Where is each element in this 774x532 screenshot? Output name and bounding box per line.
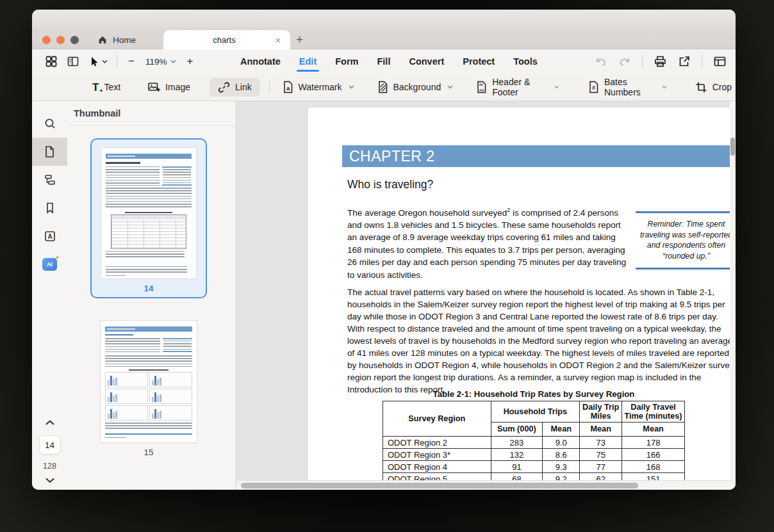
tab-charts[interactable]: charts × bbox=[163, 30, 290, 49]
sidebar-item-thumbnails[interactable] bbox=[32, 138, 67, 166]
sub-header: Mean bbox=[622, 423, 685, 437]
window-tab-bar: Home charts × + bbox=[32, 10, 736, 49]
traffic-light-minimize[interactable] bbox=[56, 36, 65, 44]
bates-doc-icon: # bbox=[588, 81, 599, 93]
col-header-daily-trip-miles: Daily Trip Miles bbox=[580, 401, 622, 423]
traffic-light-fullscreen[interactable] bbox=[70, 36, 79, 44]
zoom-out-button[interactable]: − bbox=[126, 55, 136, 68]
link-tool-button[interactable]: Link bbox=[210, 77, 260, 97]
watermark-tool-button[interactable]: a Watermark bbox=[279, 77, 358, 97]
home-icon bbox=[97, 35, 108, 45]
table-row: ODOT Region 4919.377168 bbox=[383, 461, 685, 473]
thumbnail-page-15[interactable]: 15 bbox=[90, 312, 207, 472]
main-toolbar: − 119% + Annotate Edit Form Fill Convert… bbox=[32, 49, 736, 74]
page-layout-icon[interactable] bbox=[713, 55, 727, 68]
print-icon[interactable] bbox=[654, 55, 667, 68]
watermark-doc-icon: a bbox=[283, 81, 293, 93]
tab-home[interactable]: Home bbox=[88, 30, 145, 49]
chevron-down-icon bbox=[554, 85, 559, 89]
horizontal-scrollbar[interactable] bbox=[236, 480, 736, 490]
page-thumbnail-icon bbox=[44, 145, 56, 158]
table-title: Table 2-1: Household Trip Rates by Surve… bbox=[383, 389, 685, 399]
pdf-editor-window: Home charts × + − 119% + bbox=[32, 10, 736, 490]
sidebar-item-outline[interactable] bbox=[32, 166, 67, 194]
chevron-down-icon bbox=[170, 60, 176, 63]
vertical-scrollbar[interactable] bbox=[730, 101, 736, 490]
sidebar-item-annotations[interactable]: A bbox=[32, 222, 67, 250]
next-page-chevron-icon[interactable] bbox=[44, 477, 56, 483]
background-tool-label: Background bbox=[393, 82, 441, 92]
pdf-page[interactable]: CHAPTER 2 Who is traveling? The average … bbox=[308, 108, 736, 490]
menu-tools[interactable]: Tools bbox=[513, 56, 538, 67]
mini-charts bbox=[105, 372, 192, 421]
thumbnail-page-number: 14 bbox=[92, 284, 206, 293]
mode-menu: Annotate Edit Form Fill Convert Protect … bbox=[240, 49, 538, 74]
new-tab-button[interactable]: + bbox=[296, 33, 303, 47]
thumbnail-page-14[interactable]: 14 bbox=[90, 138, 207, 298]
image-tool-button[interactable]: Image bbox=[144, 77, 194, 97]
thumbnail-page-number: 15 bbox=[90, 447, 207, 457]
sub-header: Mean bbox=[543, 423, 580, 437]
traffic-light-close[interactable] bbox=[42, 36, 51, 44]
previous-page-chevron-icon[interactable] bbox=[44, 419, 56, 426]
divider bbox=[117, 55, 117, 68]
bates-numbers-tool-button[interactable]: # Bates Numbers bbox=[584, 77, 671, 97]
chevron-down-icon bbox=[102, 60, 108, 63]
edit-tools-toolbar: T+ Text Image Link a Watermark bbox=[32, 74, 736, 101]
chapter-banner: CHAPTER 2 bbox=[342, 145, 736, 167]
col-header-survey-region: Survey Region bbox=[383, 401, 491, 437]
col-header-household-trips: Household Trips bbox=[491, 401, 580, 423]
export-share-icon[interactable] bbox=[678, 55, 691, 68]
paragraph-1: The average Oregon household surveyed2 i… bbox=[347, 204, 627, 281]
text-tool-button[interactable]: T+ Text bbox=[88, 77, 124, 97]
sidebar-item-ai-assistant[interactable]: AI ✦ bbox=[32, 250, 67, 278]
divider bbox=[702, 55, 702, 68]
close-tab-icon[interactable]: × bbox=[271, 35, 285, 45]
divider bbox=[269, 81, 270, 93]
tab-home-label: Home bbox=[113, 35, 136, 45]
header-footer-doc-icon bbox=[476, 81, 487, 93]
menu-fill[interactable]: Fill bbox=[377, 56, 390, 67]
horizontal-scrollbar-thumb[interactable] bbox=[241, 483, 638, 488]
link-tool-label: Link bbox=[235, 82, 252, 92]
undo-icon[interactable] bbox=[595, 56, 607, 67]
current-page-input[interactable]: 14 bbox=[39, 435, 61, 455]
menu-convert[interactable]: Convert bbox=[409, 56, 444, 67]
divider bbox=[642, 55, 643, 68]
sidebar-item-bookmarks[interactable] bbox=[32, 194, 67, 222]
document-viewer: CHAPTER 2 Who is traveling? The average … bbox=[236, 101, 736, 490]
thumbnail-preview bbox=[101, 147, 197, 279]
grid-view-icon[interactable] bbox=[45, 55, 58, 68]
table-row: ODOT Region 3*1328.675166 bbox=[383, 449, 685, 461]
zoom-level-value: 119% bbox=[145, 57, 167, 67]
sparkle-icon: ✦ bbox=[55, 255, 60, 261]
header-footer-tool-button[interactable]: Header & Footer bbox=[472, 77, 563, 97]
zoom-level-dropdown[interactable]: 119% bbox=[145, 57, 176, 67]
zoom-in-button[interactable]: + bbox=[185, 55, 195, 68]
svg-text:#: # bbox=[592, 85, 595, 91]
annotation-letter-icon: A bbox=[44, 230, 56, 243]
chevron-down-icon bbox=[447, 85, 453, 89]
thumbnail-panel-title: Thumbnail bbox=[67, 101, 236, 125]
svg-text:A: A bbox=[47, 233, 52, 240]
reminder-side-note: Reminder: Time spent traveling was self-… bbox=[636, 211, 736, 270]
menu-form[interactable]: Form bbox=[335, 56, 358, 67]
background-doc-icon bbox=[377, 81, 388, 93]
header-footer-tool-label: Header & Footer bbox=[492, 77, 547, 97]
total-pages-label: 128 bbox=[32, 462, 67, 471]
vertical-scrollbar-thumb[interactable] bbox=[730, 138, 735, 156]
menu-annotate[interactable]: Annotate bbox=[240, 56, 281, 67]
ai-assistant-icon: AI ✦ bbox=[42, 258, 57, 271]
select-cursor-tool[interactable] bbox=[88, 56, 108, 67]
menu-protect[interactable]: Protect bbox=[463, 56, 495, 67]
sub-header: Sum (000) bbox=[491, 423, 543, 437]
redo-icon[interactable] bbox=[618, 56, 631, 67]
menu-edit[interactable]: Edit bbox=[299, 56, 317, 67]
crop-tool-button[interactable]: Crop bbox=[691, 77, 736, 97]
sidebar-item-search[interactable] bbox=[32, 109, 67, 138]
background-tool-button[interactable]: Background bbox=[374, 77, 457, 97]
sidebar-panel-icon[interactable] bbox=[67, 55, 79, 68]
sub-header: Mean bbox=[580, 423, 622, 437]
crop-tool-label: Crop bbox=[712, 82, 732, 92]
chevron-down-icon bbox=[349, 85, 354, 89]
